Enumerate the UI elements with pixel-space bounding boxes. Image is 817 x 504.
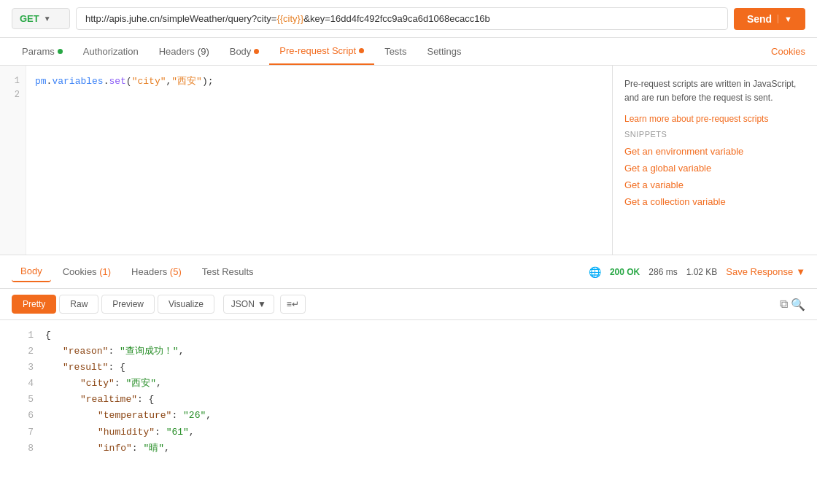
line-numbers: 1 2 <box>0 66 26 255</box>
tab-pre-request[interactable]: Pre-request Script <box>269 38 374 65</box>
method-chevron-icon: ▼ <box>44 15 51 23</box>
tab-tests[interactable]: Tests <box>374 39 417 64</box>
format-select[interactable]: JSON ▼ <box>223 295 274 314</box>
json-line-6: 6 "temperature": "26", <box>12 408 805 424</box>
resp-tab-headers[interactable]: Headers (5) <box>123 262 190 282</box>
code-token-variables: variables <box>52 76 103 87</box>
right-panel-description: Pre-request scripts are written in JavaS… <box>624 77 805 105</box>
json-line-4: 4 "city": "西安", <box>12 376 805 392</box>
send-button[interactable]: Send ▼ <box>734 8 805 30</box>
status-badge: 200 OK <box>610 267 640 277</box>
headers-resp-count: (5) <box>170 266 182 277</box>
resp-tab-body[interactable]: Body <box>12 261 51 282</box>
response-meta: 🌐 200 OK 286 ms 1.02 KB Save Response ▼ <box>589 266 805 278</box>
learn-more-link[interactable]: Learn more about pre-request scripts <box>624 114 768 124</box>
tab-params-label: Params <box>22 46 55 57</box>
json-line-2: 2 "reason": "查询成功！", <box>12 344 805 360</box>
tab-authorization[interactable]: Authorization <box>73 39 149 64</box>
right-panel: Pre-request scripts are written in JavaS… <box>613 66 817 255</box>
json-line-3: 3 "result": { <box>12 360 805 376</box>
method-label: GET <box>20 13 39 24</box>
resp-tab-test-results-label: Test Results <box>202 266 254 277</box>
tab-settings-label: Settings <box>427 46 461 57</box>
body-dot <box>254 49 259 54</box>
tab-headers-label: Headers <box>159 46 195 57</box>
request-tabs: Params Authorization Headers (9) Body Pr… <box>0 38 817 66</box>
tab-pre-request-label: Pre-request Script <box>279 45 356 56</box>
params-dot <box>58 49 63 54</box>
wrap-icon: ≡↵ <box>287 299 299 309</box>
url-input-display[interactable]: http://apis.juhe.cn/simpleWeather/query?… <box>76 7 728 30</box>
url-bar: GET ▼ http://apis.juhe.cn/simpleWeather/… <box>0 0 817 38</box>
view-visualize-button[interactable]: Visualize <box>158 295 214 314</box>
response-tabs-row: Body Cookies (1) Headers (5) Test Result… <box>0 255 817 289</box>
tab-params[interactable]: Params <box>12 39 73 64</box>
snippets-label: SNIPPETS <box>624 130 805 139</box>
pre-request-dot <box>359 48 364 53</box>
copy-button[interactable]: ⧉ <box>780 298 788 311</box>
code-token-pm: pm <box>35 76 47 87</box>
wrap-button[interactable]: ≡↵ <box>280 295 306 314</box>
snippet-get-collection-var[interactable]: Get a collection variable <box>624 196 805 207</box>
tab-body-label: Body <box>230 46 252 57</box>
send-label: Send <box>747 13 778 25</box>
url-suffix: &key=16dd4fc492fcc9a9ca6d1068ecacc16b <box>303 13 490 24</box>
json-line-7: 7 "humidity": "61", <box>12 424 805 441</box>
json-response-body: 1 { 2 "reason": "查询成功！", 3 "result": { 4… <box>0 320 817 464</box>
method-select[interactable]: GET ▼ <box>12 8 70 29</box>
search-button[interactable]: 🔍 <box>791 298 805 311</box>
url-prefix: http://apis.juhe.cn/simpleWeather/query?… <box>85 13 276 24</box>
code-line-2 <box>35 90 603 105</box>
tab-authorization-label: Authorization <box>83 46 139 57</box>
editor-split: 1 2 pm.variables.set("city","西安"); Pre-r… <box>0 66 817 255</box>
send-dropdown-icon: ▼ <box>778 15 792 23</box>
response-size: 1.02 KB <box>686 267 718 277</box>
view-raw-button[interactable]: Raw <box>59 295 98 314</box>
code-token-city-key: "city" <box>132 76 166 87</box>
response-time: 286 ms <box>648 267 677 277</box>
snippet-get-env-var[interactable]: Get an environment variable <box>624 146 805 157</box>
cookies-count: (1) <box>99 266 111 277</box>
format-label: JSON <box>231 299 255 309</box>
globe-icon[interactable]: 🌐 <box>589 266 601 278</box>
cookies-link[interactable]: Cookies <box>771 46 805 57</box>
resp-tab-body-label: Body <box>20 265 42 276</box>
snippet-get-var[interactable]: Get a variable <box>624 179 805 190</box>
tab-headers[interactable]: Headers (9) <box>149 39 220 64</box>
resp-tab-headers-label: Headers <box>131 266 170 277</box>
tab-tests-label: Tests <box>384 46 406 57</box>
view-preview-button[interactable]: Preview <box>101 295 155 314</box>
code-content: pm.variables.set("city","西安"); <box>26 66 612 255</box>
json-line-1: 1 { <box>12 327 805 344</box>
json-line-5: 5 "realtime": { <box>12 392 805 408</box>
headers-count: (9) <box>198 46 209 57</box>
json-line-8: 8 "info": "晴", <box>12 441 805 457</box>
tab-settings[interactable]: Settings <box>417 39 471 64</box>
code-token-city-val: "西安" <box>171 76 202 87</box>
code-line-1: pm.variables.set("city","西安"); <box>35 74 603 90</box>
save-response-chevron-icon: ▼ <box>796 266 805 277</box>
view-pretty-button[interactable]: Pretty <box>12 295 56 314</box>
tab-body[interactable]: Body <box>220 39 270 64</box>
code-token-set: set <box>109 76 125 87</box>
url-variable: {{city}} <box>276 13 303 24</box>
snippet-get-global-var[interactable]: Get a global variable <box>624 163 805 174</box>
code-editor[interactable]: 1 2 pm.variables.set("city","西安"); <box>0 66 613 255</box>
save-response-button[interactable]: Save Response ▼ <box>726 266 805 277</box>
format-chevron-icon: ▼ <box>258 299 266 309</box>
resp-tab-cookies[interactable]: Cookies (1) <box>54 262 120 282</box>
resp-tab-cookies-label: Cookies <box>63 266 100 277</box>
resp-tab-test-results[interactable]: Test Results <box>193 262 263 282</box>
response-toolbar: Pretty Raw Preview Visualize JSON ▼ ≡↵ ⧉… <box>0 289 817 320</box>
save-response-label: Save Response <box>726 266 793 277</box>
